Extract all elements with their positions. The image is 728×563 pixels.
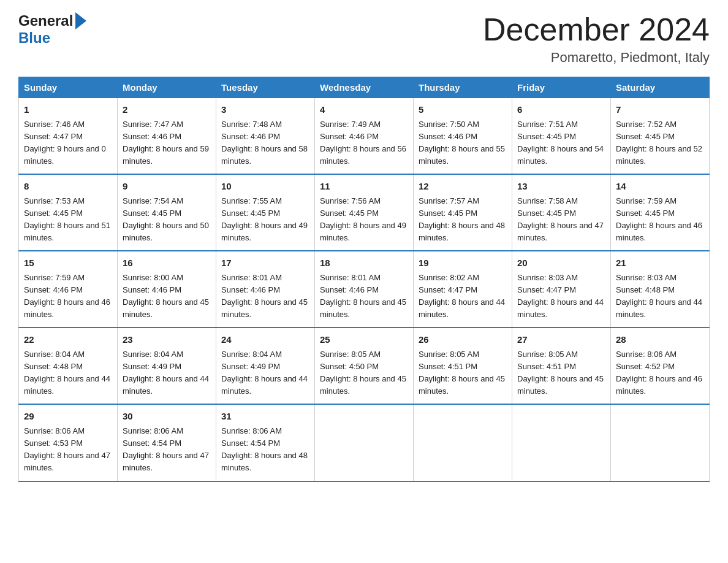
table-row: 19Sunrise: 8:02 AMSunset: 4:47 PMDayligh… — [414, 251, 512, 327]
page-header: General Blue December 2024 Pomaretto, Pi… — [18, 12, 710, 66]
day-info: Sunrise: 8:05 AMSunset: 4:50 PMDaylight:… — [320, 348, 408, 398]
day-info: Sunrise: 7:52 AMSunset: 4:45 PMDaylight:… — [616, 118, 704, 168]
logo-general-text: General — [18, 12, 73, 29]
day-info: Sunrise: 8:04 AMSunset: 4:49 PMDaylight:… — [221, 348, 309, 398]
day-number: 29 — [24, 410, 112, 424]
day-info: Sunrise: 7:54 AMSunset: 4:45 PMDaylight:… — [123, 195, 211, 245]
day-info: Sunrise: 7:56 AMSunset: 4:45 PMDaylight:… — [320, 195, 408, 245]
day-info: Sunrise: 8:00 AMSunset: 4:46 PMDaylight:… — [123, 272, 211, 321]
logo-blue-text: Blue — [18, 29, 50, 47]
table-row: 25Sunrise: 8:05 AMSunset: 4:50 PMDayligh… — [315, 327, 414, 404]
day-info: Sunrise: 7:46 AMSunset: 4:47 PMDaylight:… — [24, 118, 112, 168]
day-number: 28 — [616, 333, 704, 347]
table-row: 8Sunrise: 7:53 AMSunset: 4:45 PMDaylight… — [19, 174, 118, 251]
table-row: 9Sunrise: 7:54 AMSunset: 4:45 PMDaylight… — [118, 174, 216, 251]
day-number: 12 — [419, 180, 507, 194]
day-number: 5 — [419, 103, 507, 117]
day-info: Sunrise: 7:59 AMSunset: 4:46 PMDaylight:… — [24, 272, 112, 321]
month-title: December 2024 — [483, 12, 710, 47]
day-info: Sunrise: 7:53 AMSunset: 4:45 PMDaylight:… — [24, 195, 112, 245]
table-row: 12Sunrise: 7:57 AMSunset: 4:45 PMDayligh… — [414, 174, 512, 251]
table-row — [512, 404, 611, 481]
col-friday: Friday — [512, 77, 611, 98]
col-tuesday: Tuesday — [216, 77, 315, 98]
day-info: Sunrise: 7:49 AMSunset: 4:46 PMDaylight:… — [320, 118, 408, 168]
col-thursday: Thursday — [414, 77, 512, 98]
day-number: 4 — [320, 103, 408, 117]
day-number: 19 — [419, 256, 507, 270]
day-number: 9 — [123, 180, 211, 194]
day-number: 20 — [517, 256, 605, 270]
logo: General Blue — [18, 12, 86, 47]
col-monday: Monday — [118, 77, 216, 98]
table-row: 21Sunrise: 8:03 AMSunset: 4:48 PMDayligh… — [611, 251, 710, 327]
table-row: 14Sunrise: 7:59 AMSunset: 4:45 PMDayligh… — [611, 174, 710, 251]
day-info: Sunrise: 8:01 AMSunset: 4:46 PMDaylight:… — [320, 272, 408, 321]
day-number: 26 — [419, 333, 507, 347]
day-info: Sunrise: 7:59 AMSunset: 4:45 PMDaylight:… — [616, 195, 704, 245]
calendar-week-row: 1Sunrise: 7:46 AMSunset: 4:47 PMDaylight… — [19, 98, 710, 175]
calendar-week-row: 15Sunrise: 7:59 AMSunset: 4:46 PMDayligh… — [19, 251, 710, 327]
table-row: 6Sunrise: 7:51 AMSunset: 4:45 PMDaylight… — [512, 98, 611, 175]
day-number: 27 — [517, 333, 605, 347]
table-row: 28Sunrise: 8:06 AMSunset: 4:52 PMDayligh… — [611, 327, 710, 404]
day-number: 11 — [320, 180, 408, 194]
table-row: 15Sunrise: 7:59 AMSunset: 4:46 PMDayligh… — [19, 251, 118, 327]
col-sunday: Sunday — [19, 77, 118, 98]
table-row: 22Sunrise: 8:04 AMSunset: 4:48 PMDayligh… — [19, 327, 118, 404]
day-info: Sunrise: 7:57 AMSunset: 4:45 PMDaylight:… — [419, 195, 507, 245]
table-row: 29Sunrise: 8:06 AMSunset: 4:53 PMDayligh… — [19, 404, 118, 481]
day-info: Sunrise: 8:05 AMSunset: 4:51 PMDaylight:… — [419, 348, 507, 398]
calendar-week-row: 29Sunrise: 8:06 AMSunset: 4:53 PMDayligh… — [19, 404, 710, 481]
col-saturday: Saturday — [611, 77, 710, 98]
table-row: 24Sunrise: 8:04 AMSunset: 4:49 PMDayligh… — [216, 327, 315, 404]
table-row: 31Sunrise: 8:06 AMSunset: 4:54 PMDayligh… — [216, 404, 315, 481]
day-number: 23 — [123, 333, 211, 347]
day-info: Sunrise: 8:01 AMSunset: 4:46 PMDaylight:… — [221, 272, 309, 321]
calendar-body: 1Sunrise: 7:46 AMSunset: 4:47 PMDaylight… — [19, 98, 710, 481]
day-number: 24 — [221, 333, 309, 347]
day-number: 22 — [24, 333, 112, 347]
day-info: Sunrise: 7:51 AMSunset: 4:45 PMDaylight:… — [517, 118, 605, 168]
day-info: Sunrise: 8:03 AMSunset: 4:47 PMDaylight:… — [517, 272, 605, 321]
table-row: 27Sunrise: 8:05 AMSunset: 4:51 PMDayligh… — [512, 327, 611, 404]
day-number: 30 — [123, 410, 211, 424]
day-info: Sunrise: 8:03 AMSunset: 4:48 PMDaylight:… — [616, 272, 704, 321]
table-row: 17Sunrise: 8:01 AMSunset: 4:46 PMDayligh… — [216, 251, 315, 327]
day-info: Sunrise: 7:47 AMSunset: 4:46 PMDaylight:… — [123, 118, 211, 168]
day-number: 31 — [221, 410, 309, 424]
day-number: 21 — [616, 256, 704, 270]
table-row: 20Sunrise: 8:03 AMSunset: 4:47 PMDayligh… — [512, 251, 611, 327]
calendar-week-row: 22Sunrise: 8:04 AMSunset: 4:48 PMDayligh… — [19, 327, 710, 404]
day-number: 16 — [123, 256, 211, 270]
table-row: 13Sunrise: 7:58 AMSunset: 4:45 PMDayligh… — [512, 174, 611, 251]
day-info: Sunrise: 7:55 AMSunset: 4:45 PMDaylight:… — [221, 195, 309, 245]
table-row — [611, 404, 710, 481]
calendar-week-row: 8Sunrise: 7:53 AMSunset: 4:45 PMDaylight… — [19, 174, 710, 251]
day-info: Sunrise: 8:06 AMSunset: 4:54 PMDaylight:… — [221, 425, 309, 475]
day-number: 7 — [616, 103, 704, 117]
table-row: 7Sunrise: 7:52 AMSunset: 4:45 PMDaylight… — [611, 98, 710, 175]
logo-triangle-icon — [75, 12, 86, 29]
day-info: Sunrise: 8:05 AMSunset: 4:51 PMDaylight:… — [517, 348, 605, 398]
table-row: 18Sunrise: 8:01 AMSunset: 4:46 PMDayligh… — [315, 251, 414, 327]
table-row: 11Sunrise: 7:56 AMSunset: 4:45 PMDayligh… — [315, 174, 414, 251]
day-info: Sunrise: 7:50 AMSunset: 4:46 PMDaylight:… — [419, 118, 507, 168]
day-number: 13 — [517, 180, 605, 194]
calendar-table: Sunday Monday Tuesday Wednesday Thursday… — [18, 77, 710, 481]
day-info: Sunrise: 8:06 AMSunset: 4:53 PMDaylight:… — [24, 425, 112, 475]
table-row: 1Sunrise: 7:46 AMSunset: 4:47 PMDaylight… — [19, 98, 118, 175]
day-number: 18 — [320, 256, 408, 270]
day-number: 8 — [24, 180, 112, 194]
title-block: December 2024 Pomaretto, Piedmont, Italy — [483, 12, 710, 66]
table-row: 26Sunrise: 8:05 AMSunset: 4:51 PMDayligh… — [414, 327, 512, 404]
table-row: 4Sunrise: 7:49 AMSunset: 4:46 PMDaylight… — [315, 98, 414, 175]
day-info: Sunrise: 8:06 AMSunset: 4:54 PMDaylight:… — [123, 425, 211, 475]
day-info: Sunrise: 7:58 AMSunset: 4:45 PMDaylight:… — [517, 195, 605, 245]
day-info: Sunrise: 8:04 AMSunset: 4:48 PMDaylight:… — [24, 348, 112, 398]
day-info: Sunrise: 8:04 AMSunset: 4:49 PMDaylight:… — [123, 348, 211, 398]
day-number: 1 — [24, 103, 112, 117]
table-row — [414, 404, 512, 481]
day-number: 15 — [24, 256, 112, 270]
header-row: Sunday Monday Tuesday Wednesday Thursday… — [19, 77, 710, 98]
